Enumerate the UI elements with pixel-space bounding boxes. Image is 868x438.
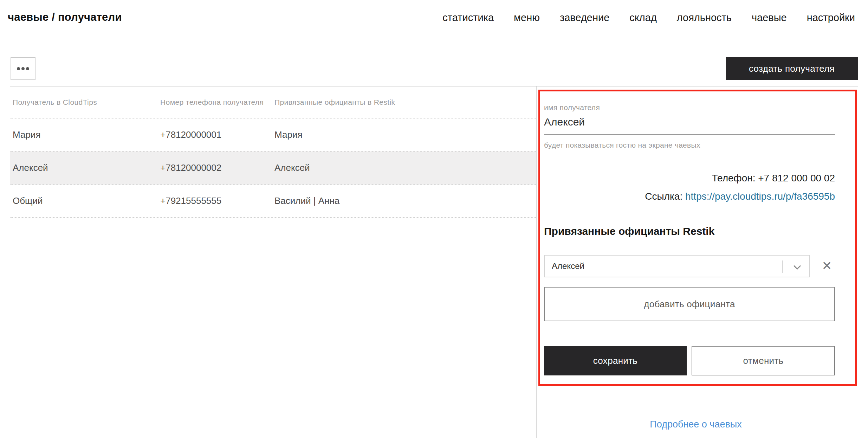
cell-recipient: Мария bbox=[13, 129, 40, 140]
cell-phone: +79215555555 bbox=[160, 195, 221, 206]
nav-item-loyalty[interactable]: лояльность bbox=[677, 12, 732, 24]
nav-item-menu[interactable]: меню bbox=[514, 12, 540, 24]
waiter-select-row: Алексей ✕ bbox=[544, 255, 835, 277]
top-nav: статистика меню заведение склад лояльнос… bbox=[442, 12, 855, 24]
recipient-phone-line: Телефон: +7 812 000 00 02 bbox=[712, 173, 835, 184]
table-row-selected[interactable]: Алексей +78120000002 Алексей bbox=[10, 152, 536, 185]
phone-value: +7 812 000 00 02 bbox=[758, 173, 835, 183]
recipient-name-input[interactable] bbox=[544, 115, 835, 135]
cancel-button[interactable]: отменить bbox=[692, 346, 835, 375]
linked-waiters-heading: Привязанные официанты Restik bbox=[544, 225, 714, 237]
nav-item-settings[interactable]: настройки bbox=[807, 12, 855, 24]
nav-item-venue[interactable]: заведение bbox=[560, 12, 609, 24]
ellipsis-icon bbox=[17, 67, 29, 70]
waiter-select-value: Алексей bbox=[552, 261, 584, 271]
cloudtips-payment-link[interactable]: https://pay.cloudtips.ru/p/fa36595b bbox=[685, 191, 835, 202]
panel-divider bbox=[536, 86, 537, 438]
column-header-phone: Номер телефона получателя bbox=[160, 98, 264, 107]
cell-recipient: Общий bbox=[13, 195, 43, 206]
tips-info-link[interactable]: Подробнее о чаевых bbox=[544, 419, 848, 430]
table-row[interactable]: Общий +79215555555 Василий | Анна bbox=[10, 185, 536, 218]
recipient-name-label: имя получателя bbox=[544, 103, 600, 112]
recipients-table: Получатель в CloudTips Номер телефона по… bbox=[10, 86, 536, 218]
cell-waiters: Мария bbox=[274, 129, 302, 140]
close-icon: ✕ bbox=[822, 259, 832, 272]
app-window: чаевые / получатели статистика меню заве… bbox=[0, 0, 868, 438]
link-label: Ссылка: bbox=[645, 191, 682, 202]
save-button[interactable]: сохранить bbox=[544, 346, 687, 375]
more-options-button[interactable] bbox=[11, 57, 35, 80]
cell-phone: +78120000002 bbox=[160, 162, 221, 173]
nav-item-stock[interactable]: склад bbox=[629, 12, 656, 24]
column-header-recipient: Получатель в CloudTips bbox=[13, 98, 97, 107]
nav-item-statistics[interactable]: статистика bbox=[442, 12, 494, 24]
chevron-down-icon bbox=[793, 262, 801, 270]
cell-recipient: Алексей bbox=[13, 162, 48, 173]
recipient-name-hint: будет показываться гостю на экране чаевы… bbox=[544, 141, 700, 149]
create-recipient-button[interactable]: создать получателя bbox=[726, 57, 858, 80]
cell-waiters: Василий | Анна bbox=[274, 195, 339, 206]
cell-phone: +78120000001 bbox=[160, 129, 221, 140]
phone-label: Телефон: bbox=[712, 173, 756, 183]
select-separator bbox=[782, 260, 783, 273]
nav-item-tips[interactable]: чаевые bbox=[752, 12, 787, 24]
table-row[interactable]: Мария +78120000001 Мария bbox=[10, 118, 536, 152]
waiter-select[interactable]: Алексей bbox=[544, 255, 810, 277]
recipient-link-line: Ссылка: https://pay.cloudtips.ru/p/fa365… bbox=[645, 191, 835, 202]
add-waiter-button[interactable]: добавить официанта bbox=[544, 287, 835, 321]
column-header-waiters: Привязанные официанты в Restik bbox=[274, 98, 395, 107]
remove-waiter-button[interactable]: ✕ bbox=[820, 258, 834, 274]
recipient-edit-form: имя получателя будет показываться гостю … bbox=[544, 86, 835, 389]
page-title: чаевые / получатели bbox=[8, 11, 122, 24]
table-header-row: Получатель в CloudTips Номер телефона по… bbox=[10, 86, 536, 118]
cell-waiters: Алексей bbox=[274, 162, 310, 173]
